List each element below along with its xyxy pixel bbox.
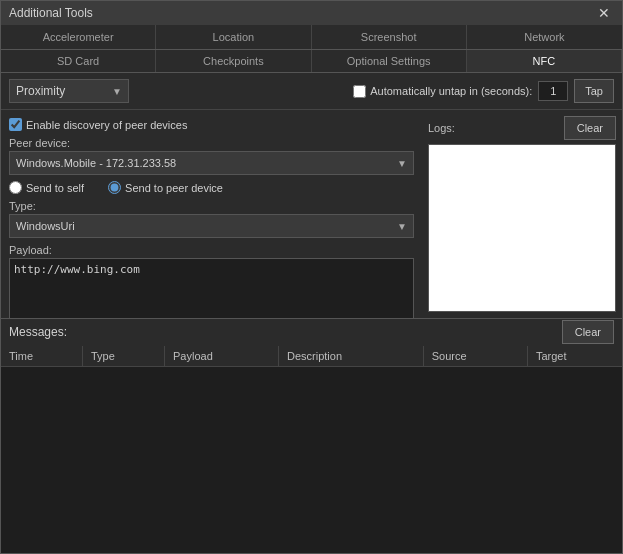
send-to-peer-label[interactable]: Send to peer device [108,181,223,194]
type-section: Type: WindowsUri ▼ [9,200,414,238]
peer-device-section: Peer device: Windows.Mobile - 172.31.233… [9,137,414,175]
nfc-top-panel: Enable discovery of peer devices Peer de… [1,110,622,318]
messages-table: Time Type Payload Description Source Tar… [1,346,622,367]
auto-untap-checkbox[interactable] [353,85,366,98]
main-window: Additional Tools ✕ Accelerometer Locatio… [0,0,623,554]
peer-device-arrow: ▼ [397,158,407,169]
logs-label: Logs: [428,122,455,134]
type-dropdown-arrow: ▼ [397,221,407,232]
col-target: Target [527,346,622,367]
auto-untap-section: Proximity ▼ Automatically untap in (seco… [1,73,622,110]
col-payload: Payload [165,346,279,367]
messages-label: Messages: [9,325,67,339]
clear-logs-button[interactable]: Clear [564,116,616,140]
payload-label: Payload: [9,244,414,256]
tab-location[interactable]: Location [156,25,311,49]
peer-device-label: Peer device: [9,137,414,149]
peer-device-value: Windows.Mobile - 172.31.233.58 [16,157,176,169]
close-button[interactable]: ✕ [594,5,614,21]
type-value: WindowsUri [16,220,75,232]
nav-tabs-row-1: Accelerometer Location Screenshot Networ… [1,25,622,50]
type-dropdown[interactable]: WindowsUri ▼ [9,214,414,238]
send-to-self-text: Send to self [26,182,84,194]
logs-area [428,144,616,312]
type-label: Type: [9,200,414,212]
messages-bar: Messages: Clear [1,318,622,346]
auto-untap-checkbox-label[interactable]: Automatically untap in (seconds): [353,85,532,98]
tab-screenshot[interactable]: Screenshot [312,25,467,49]
send-to-self-radio[interactable] [9,181,22,194]
window-title: Additional Tools [9,6,93,20]
enable-discovery-checkbox[interactable] [9,118,22,131]
payload-section: Payload: http://www.bing.com [9,244,414,318]
tab-optional-settings[interactable]: Optional Settings [312,50,467,72]
tab-checkpoints[interactable]: Checkpoints [156,50,311,72]
auto-untap-number[interactable] [538,81,568,101]
col-time: Time [1,346,82,367]
peer-device-dropdown[interactable]: Windows.Mobile - 172.31.233.58 ▼ [9,151,414,175]
send-to-peer-radio[interactable] [108,181,121,194]
tap-button[interactable]: Tap [574,79,614,103]
radio-row: Send to self Send to peer device [9,181,414,194]
messages-table-area: Time Type Payload Description Source Tar… [1,346,622,554]
nav-tabs-row-2: SD Card Checkpoints Optional Settings NF… [1,50,622,73]
col-type: Type [82,346,164,367]
right-panel: Logs: Clear [422,110,622,318]
tab-nfc[interactable]: NFC [467,50,622,72]
enable-discovery-text: Enable discovery of peer devices [26,119,187,131]
send-to-peer-text: Send to peer device [125,182,223,194]
clear-messages-button[interactable]: Clear [562,320,614,344]
title-bar: Additional Tools ✕ [1,1,622,25]
table-header-row: Time Type Payload Description Source Tar… [1,346,622,367]
left-panel: Enable discovery of peer devices Peer de… [1,110,422,318]
tab-accelerometer[interactable]: Accelerometer [1,25,156,49]
proximity-dropdown-arrow: ▼ [112,86,122,97]
col-description: Description [279,346,424,367]
tab-sd-card[interactable]: SD Card [1,50,156,72]
tab-network[interactable]: Network [467,25,622,49]
proximity-dropdown[interactable]: Proximity ▼ [9,79,129,103]
enable-discovery-label[interactable]: Enable discovery of peer devices [9,118,414,131]
logs-header: Logs: Clear [428,116,616,140]
auto-untap-text: Automatically untap in (seconds): [370,85,532,97]
send-to-self-label[interactable]: Send to self [9,181,84,194]
col-source: Source [423,346,527,367]
payload-textarea[interactable]: http://www.bing.com [9,258,414,318]
proximity-label: Proximity [16,84,65,98]
